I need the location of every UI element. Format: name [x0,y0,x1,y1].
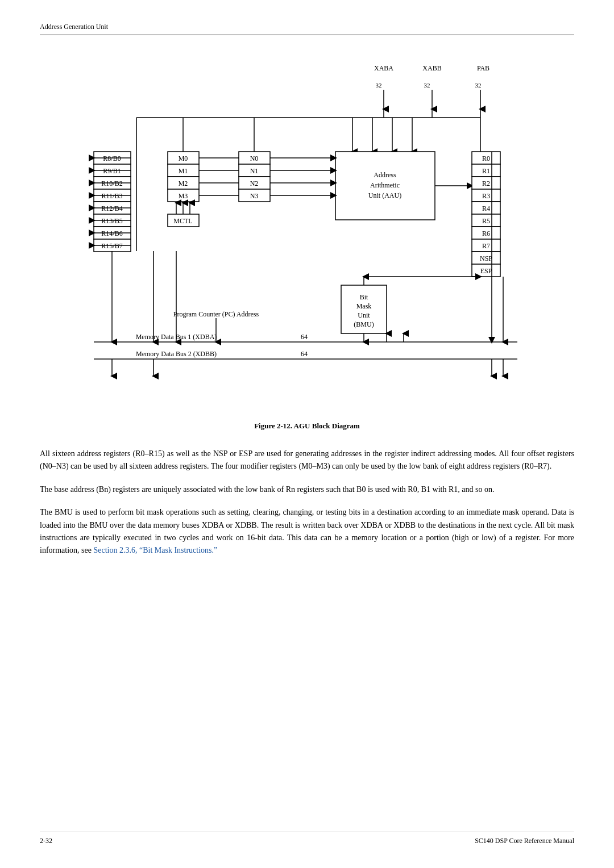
diagram-section: .diag-text { font-family: "Times New Rom… [40,58,574,410]
svg-text:R5: R5 [482,217,490,225]
svg-text:N0: N0 [250,155,259,162]
svg-text:N1: N1 [250,167,259,175]
svg-text:R1: R1 [482,167,490,175]
svg-text:M1: M1 [179,167,188,175]
svg-text:(BMU): (BMU) [354,320,374,328]
svg-text:XABB: XABB [422,64,441,72]
bit-mask-link[interactable]: Section 2.3.6, “Bit Mask Instructions.” [93,546,217,554]
svg-text:Program Counter (PC) Address: Program Counter (PC) Address [173,310,259,318]
svg-text:Memory Data Bus 2 (XDBB): Memory Data Bus 2 (XDBB) [136,350,217,358]
svg-text:Address: Address [374,171,396,179]
agu-diagram-svg: .diag-text { font-family: "Times New Rom… [63,58,551,410]
doc-title: SC140 DSP Core Reference Manual [475,837,574,845]
svg-text:32: 32 [424,82,430,89]
page-footer: 2-32 SC140 DSP Core Reference Manual [40,832,574,845]
svg-text:32: 32 [376,82,382,89]
paragraph-3: The BMU is used to perform bit mask oper… [40,506,574,557]
svg-text:N3: N3 [250,192,259,200]
svg-text:R10/B2: R10/B2 [101,180,122,187]
svg-text:R7: R7 [482,242,490,250]
svg-text:R4: R4 [482,205,490,212]
svg-text:R14/B6: R14/B6 [101,229,122,237]
svg-text:64: 64 [301,350,308,358]
svg-text:64: 64 [301,333,308,341]
page-number: 2-32 [40,837,52,845]
svg-text:R6: R6 [482,229,490,237]
figure-caption: Figure 2-12. AGU Block Diagram [40,422,574,431]
svg-text:M2: M2 [179,180,188,187]
svg-text:NSP: NSP [480,254,492,262]
svg-text:R9/B1: R9/B1 [103,167,121,175]
svg-text:MCTL: MCTL [173,217,192,225]
paragraph-1: All sixteen address registers (R0–R15) a… [40,448,574,473]
svg-text:Arithmetic: Arithmetic [370,181,400,189]
svg-text:R0: R0 [482,155,490,162]
svg-text:Bit: Bit [360,293,368,301]
svg-text:R11/B3: R11/B3 [102,192,123,200]
paragraph-2: The base address (Bn) registers are uniq… [40,483,574,496]
header-section-title: Address Generation Unit [40,23,108,31]
svg-text:XABA: XABA [374,64,393,72]
svg-text:M0: M0 [179,155,188,162]
svg-text:R2: R2 [482,180,490,187]
svg-text:Unit: Unit [358,311,370,319]
svg-text:R12/B4: R12/B4 [101,205,122,212]
page-header: Address Generation Unit [40,23,574,35]
diagram-wrapper: .diag-text { font-family: "Times New Rom… [63,58,551,410]
svg-text:M3: M3 [179,192,188,200]
svg-text:R13/B5: R13/B5 [101,217,122,225]
svg-text:R8/B0: R8/B0 [103,155,121,162]
svg-text:R15/B7: R15/B7 [101,242,122,250]
svg-text:R3: R3 [482,192,490,200]
svg-text:PAB: PAB [477,64,489,72]
svg-text:N2: N2 [250,180,259,187]
svg-text:32: 32 [475,82,482,89]
svg-text:ESP: ESP [480,267,492,275]
svg-text:Unit (AAU): Unit (AAU) [368,191,401,199]
svg-text:Mask: Mask [356,302,372,310]
